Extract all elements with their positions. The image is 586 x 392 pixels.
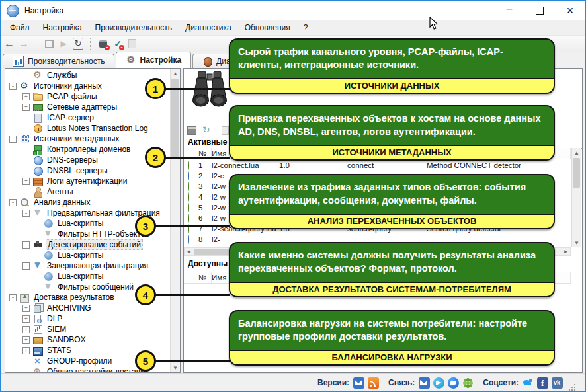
tree-item-9[interactable]: DNSBL-серверы: [5, 165, 171, 176]
tree-item-13[interactable]: -Предварительная фильтрация: [5, 208, 171, 218]
tree-item-10[interactable]: +Логи аутентификации: [5, 176, 171, 186]
tree-item-3[interactable]: +Сетевые адаптеры: [5, 102, 171, 112]
menu-item-1[interactable]: Настройка: [36, 22, 89, 34]
reload-icon[interactable]: [201, 126, 212, 135]
tree-expander[interactable]: +: [22, 336, 30, 344]
tree-item-17[interactable]: Lua-скрипты: [5, 250, 171, 260]
tree-item-0[interactable]: Службы: [5, 70, 171, 81]
scroll-up-icon[interactable]: [572, 148, 581, 157]
table-row[interactable]: 7l2-search-query.lua1.0search-querySearc…: [184, 223, 571, 234]
menu-item-3[interactable]: Диагностика: [179, 22, 238, 34]
tree-expander[interactable]: +: [22, 104, 30, 111]
tab-1[interactable]: Настройка: [116, 52, 191, 68]
table-row[interactable]: 6l2-w: [184, 213, 571, 223]
cell-number: 8: [198, 235, 212, 243]
back-arrow-icon[interactable]: [3, 38, 15, 50]
menu-item-5[interactable]: ?: [297, 22, 315, 34]
tree-item-2[interactable]: +PCAP-файлы: [5, 91, 171, 102]
close-button[interactable]: [555, 1, 585, 20]
table-row[interactable]: 3l2-w: [184, 181, 571, 192]
tree-item-25[interactable]: +SANDBOX: [5, 334, 171, 345]
scrollbar-thumb[interactable]: [171, 79, 179, 158]
table-row[interactable]: 2l2-c: [184, 171, 571, 181]
menu-item-2[interactable]: Производительность: [89, 22, 179, 34]
refresh-icon[interactable]: [72, 38, 84, 50]
purge-marks-icon[interactable]: [112, 38, 124, 50]
paste-icon[interactable]: [126, 38, 138, 50]
tab-0[interactable]: Производительность: [3, 54, 114, 68]
scrollbar-thumb[interactable]: [194, 249, 432, 255]
tree-expander[interactable]: +: [22, 178, 30, 185]
messenger-icon[interactable]: [448, 377, 459, 389]
tree-item-27[interactable]: GROUP-профили: [5, 356, 171, 366]
tree-item-16[interactable]: -Детектирование событий: [5, 239, 171, 250]
tree-item-1[interactable]: -Источники данных: [5, 81, 171, 91]
twitter-icon[interactable]: [523, 377, 534, 389]
tree-item-24[interactable]: +SIEM: [5, 324, 171, 334]
table-scrollbar[interactable]: [571, 148, 581, 247]
scroll-left-icon[interactable]: [185, 248, 193, 255]
tree-expander[interactable]: -: [9, 199, 17, 206]
table-row[interactable]: 4l2-w: [184, 192, 571, 202]
purge-disk-icon[interactable]: [97, 38, 109, 50]
tree-item-8[interactable]: DNS-серверы: [5, 155, 171, 165]
scrollbar-thumb[interactable]: [573, 158, 580, 188]
tree-item-7[interactable]: Контроллеры доменов: [5, 144, 171, 155]
tree-expander[interactable]: +: [22, 347, 30, 354]
tree-item-19[interactable]: Lua-скрипты: [5, 271, 171, 282]
tree-item-label: Lotus Notes Transaction Log: [46, 124, 149, 133]
tree-item-26[interactable]: +STATS: [5, 345, 171, 356]
tree-expander[interactable]: -: [22, 262, 30, 270]
tree-item-23[interactable]: +DLP: [5, 313, 171, 324]
minimize-button[interactable]: [494, 1, 524, 20]
horizontal-scrollbar[interactable]: [184, 247, 571, 256]
menu-item-0[interactable]: Файл: [3, 22, 36, 34]
tree-expander[interactable]: -: [22, 241, 30, 249]
tree-item-28[interactable]: Общие настройки доставки: [5, 366, 171, 372]
tree-expander[interactable]: +: [22, 315, 30, 323]
rss-icon[interactable]: [368, 377, 379, 389]
scroll-up-icon[interactable]: [171, 69, 180, 78]
play-icon[interactable]: [58, 38, 69, 50]
tree-item-5[interactable]: Lotus Notes Transaction Log: [5, 123, 171, 134]
scroll-right-icon[interactable]: [562, 248, 570, 255]
resize-grip[interactable]: [569, 385, 576, 391]
tree-expander[interactable]: -: [9, 294, 17, 301]
tree-item-6[interactable]: -Источники метаданных: [5, 134, 171, 144]
tree-expander[interactable]: -: [22, 210, 30, 217]
tree-expander[interactable]: +: [22, 326, 30, 333]
tree-item-20[interactable]: Фильтры сообщений: [5, 282, 171, 292]
tree-scrollbar[interactable]: [170, 69, 180, 372]
email-icon[interactable]: [353, 377, 364, 389]
stop-icon[interactable]: [43, 38, 55, 50]
tree-item-21[interactable]: -Доставка результатов: [5, 292, 171, 303]
tree-expander[interactable]: +: [22, 93, 30, 100]
vk-icon[interactable]: [552, 377, 563, 389]
tree-item-12[interactable]: -Анализ данных: [5, 197, 171, 208]
table-row[interactable]: 5l2-w: [184, 202, 571, 213]
table-row[interactable]: 1l2-connect.lua1.0connectMethod CONNECT …: [184, 160, 571, 171]
copy-icon[interactable]: [220, 126, 231, 135]
scroll-down-icon[interactable]: [171, 363, 180, 372]
tree-expander[interactable]: +: [22, 305, 30, 312]
email-icon[interactable]: [419, 377, 430, 389]
scroll-down-icon[interactable]: [572, 238, 581, 247]
tree-item-15[interactable]: Фильтры HTTP-объектов: [5, 229, 171, 239]
maximize-button[interactable]: [524, 1, 555, 20]
forward-arrow-icon[interactable]: [18, 38, 30, 50]
facebook-icon[interactable]: [537, 377, 548, 389]
tree-item-11[interactable]: Агенты: [5, 186, 171, 197]
tab-2[interactable]: Диагностика: [192, 54, 272, 68]
pcap-files-icon: [33, 92, 43, 102]
tree-item-18[interactable]: -Завершающая фильтрация: [5, 260, 171, 271]
icq-icon[interactable]: [462, 377, 474, 389]
tree-item-22[interactable]: +ARCHIVING: [5, 303, 171, 313]
table-row[interactable]: 8l2-: [184, 234, 571, 245]
save-icon[interactable]: [187, 126, 197, 135]
tree-expander[interactable]: -: [9, 83, 17, 90]
telegram-icon[interactable]: [433, 377, 444, 389]
tree-item-14[interactable]: Lua-скрипты: [5, 218, 171, 229]
menu-item-4[interactable]: Обновления: [238, 22, 297, 34]
tree-item-4[interactable]: ICAP-сервер: [5, 112, 171, 123]
tree-expander[interactable]: -: [9, 136, 17, 143]
